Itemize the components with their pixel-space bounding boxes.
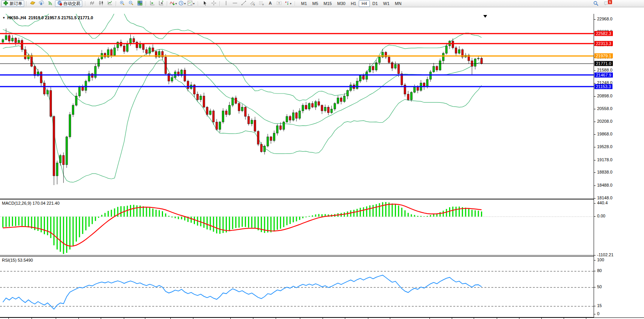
algo-trading-button[interactable]: 自动交易 [55, 0, 82, 7]
templates-icon[interactable]: ▾ [187, 0, 195, 7]
bar-chart-mode-icon[interactable] [88, 0, 96, 7]
chart-shift-icon [158, 0, 164, 7]
timeframe-h1[interactable]: H1 [348, 0, 359, 7]
algo-trading-icon [57, 0, 62, 7]
periods-icon [178, 0, 184, 7]
macd-scale-label: -1102.21 [597, 252, 614, 257]
axis-tick [594, 83, 596, 84]
axis-tick [594, 134, 596, 135]
auto-scroll-icon[interactable] [148, 0, 156, 7]
signals-icon[interactable] [46, 0, 54, 7]
level-price-badge: 21153.3 [594, 84, 612, 89]
rsi-scale-label: 50 [597, 284, 602, 289]
toolbar-drag-handle[interactable] [197, 1, 198, 6]
axis-tick [594, 260, 596, 261]
vertical-line-icon [223, 0, 229, 7]
toolbar-separator [26, 1, 27, 6]
toolbar-separator [146, 1, 146, 6]
notification-badge: 1 [607, 0, 612, 5]
rsi-scale-label: 15 [597, 303, 602, 308]
time-axis[interactable]: 1 Mar 20227 Mar 01:1511 Mar 01:1517 Mar … [0, 317, 644, 319]
chevron-down-icon[interactable]: ▾ [290, 2, 291, 5]
chevron-down-icon[interactable]: ▾ [184, 2, 186, 5]
zoom-out-icon [128, 0, 134, 7]
indicators-icon [170, 0, 175, 7]
svg-text:A: A [269, 1, 272, 5]
main-chart-pane[interactable]: ▼ HK50-,H4 21919.0 21957.5 21751.5 21771… [0, 14, 594, 199]
svg-text:E: E [253, 3, 255, 6]
timeframe-m1[interactable]: M1 [298, 0, 310, 7]
zoom-in-icon[interactable] [118, 0, 126, 7]
chevron-down-icon[interactable]: ▾ [175, 2, 177, 5]
rsi-chart [0, 257, 594, 317]
chart-title: HK50-,H4 21919.0 21957.5 21751.5 21771.0 [7, 15, 93, 20]
periods-icon[interactable]: ▾ [178, 0, 186, 7]
timeframe-h4[interactable]: H4 [359, 0, 369, 7]
price-tick-label: 18488.0 [597, 183, 612, 187]
timeframe-mn[interactable]: MN [392, 0, 404, 7]
price-axis[interactable]: 22968.022628.022278.021938.021588.021248… [594, 14, 644, 317]
crosshair-icon[interactable] [210, 0, 218, 7]
axis-tick [594, 172, 596, 173]
zoom-out-icon[interactable] [127, 0, 135, 7]
toolbar-separator [220, 1, 220, 6]
chart-window: ▼ HK50-,H4 21919.0 21957.5 21751.5 21771… [0, 7, 644, 319]
timeframe-w1[interactable]: W1 [381, 0, 393, 7]
line-chart-mode-icon[interactable] [106, 0, 114, 7]
toolbar-items: 新订单自动交易▾▾▾EFAT▾M1M5M15M30H1H4D1W1MN [0, 0, 404, 7]
fibonacci-retracement-icon[interactable]: F [257, 0, 265, 7]
toolbar-drag-handle[interactable] [294, 1, 295, 6]
templates-icon [187, 0, 193, 7]
chart-shift-icon[interactable] [157, 0, 165, 7]
toolbar-drag-handle[interactable] [85, 1, 86, 6]
arrow-objects-icon [284, 0, 290, 7]
signals-icon [48, 0, 53, 7]
community-icon[interactable] [37, 0, 45, 7]
equidistant-channel-icon: E [250, 0, 255, 7]
axis-tick [594, 185, 596, 186]
horizontal-line-icon[interactable] [231, 0, 239, 7]
equidistant-channel-icon[interactable]: E [248, 0, 256, 7]
price-tick-label: 19528.0 [597, 144, 612, 149]
vertical-line-icon[interactable] [222, 0, 230, 7]
new-order-label: 新订单 [10, 1, 22, 7]
rsi-pane[interactable]: RSI(15) 53.5490 [0, 256, 594, 317]
arrow-objects-icon[interactable]: ▾ [284, 0, 292, 7]
market-watch-icon [30, 0, 35, 7]
timeframe-d1[interactable]: D1 [370, 0, 381, 7]
market-watch-icon[interactable] [28, 0, 37, 7]
trend-line-icon[interactable] [240, 0, 248, 7]
indicators-icon[interactable]: ▾ [169, 0, 177, 7]
notifications-icon[interactable]: 1 [602, 0, 611, 7]
axis-tick [594, 160, 596, 160]
text-icon[interactable]: A [266, 0, 274, 7]
community-icon [39, 0, 44, 7]
svg-text:T: T [278, 2, 280, 5]
axis-tick [594, 287, 596, 287]
macd-scale-label: 440.4 [597, 200, 608, 205]
tile-windows-icon[interactable] [136, 0, 144, 7]
price-tick-label: 21588.0 [597, 68, 612, 72]
price-tick-label: 20208.0 [597, 119, 612, 124]
new-order-button[interactable]: 新订单 [1, 0, 24, 7]
one-click-trading-collapse-icon[interactable]: ▼ [2, 16, 5, 20]
timeframe-m30[interactable]: M30 [334, 0, 348, 7]
fibonacci-retracement-icon: F [259, 0, 264, 7]
cursor-icon[interactable] [201, 0, 209, 7]
axis-tick [594, 147, 596, 147]
chart-title-row: ▼ HK50-,H4 21919.0 21957.5 21751.5 21771… [2, 15, 93, 20]
macd-chart [0, 200, 594, 255]
timeframe-m5[interactable]: M5 [310, 0, 321, 7]
horizontal-line-icon [232, 0, 238, 7]
text-label-icon: T [276, 0, 282, 7]
axis-tick [594, 203, 596, 204]
chevron-down-icon[interactable]: ▾ [193, 2, 195, 5]
macd-label: MACD(12,26,9) 170.04 221.40 [2, 201, 60, 205]
candlestick-mode-icon[interactable] [97, 0, 105, 7]
rsi-scale-label: 0 [597, 311, 599, 316]
search-icon[interactable] [592, 0, 600, 7]
toolbar-separator [116, 1, 116, 6]
timeframe-m15[interactable]: M15 [321, 0, 334, 7]
macd-pane[interactable]: MACD(12,26,9) 170.04 221.40 [0, 199, 594, 256]
text-label-icon[interactable]: T [275, 0, 283, 7]
